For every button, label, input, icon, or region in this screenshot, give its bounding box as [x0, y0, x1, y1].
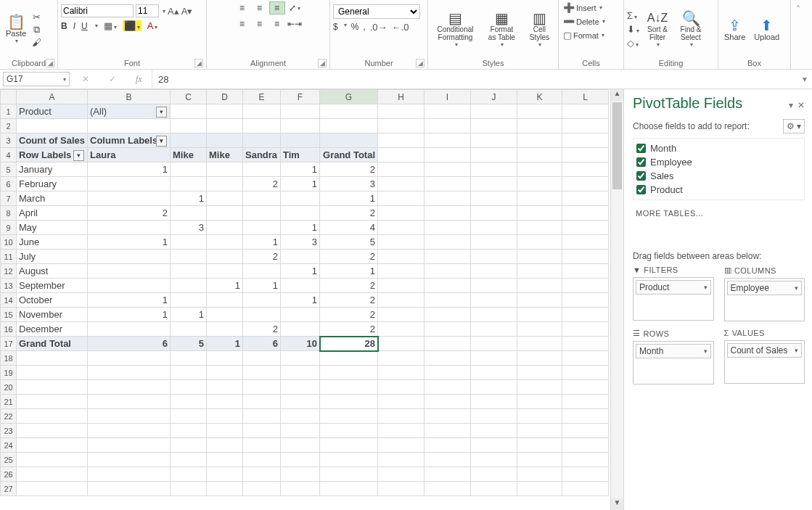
- cell-J12[interactable]: [471, 264, 517, 279]
- cell-E11[interactable]: 2: [243, 250, 281, 264]
- cell-H23[interactable]: [378, 424, 425, 438]
- row-header-26[interactable]: 26: [1, 467, 17, 482]
- cell-H11[interactable]: [378, 250, 425, 264]
- cell-H10[interactable]: [378, 235, 425, 250]
- cell-K26[interactable]: [517, 467, 562, 482]
- cell-I26[interactable]: [425, 467, 471, 482]
- cell-G12[interactable]: 1: [320, 264, 378, 279]
- dialog-launcher[interactable]: ◢: [46, 59, 54, 67]
- more-tables-link[interactable]: MORE TABLES...: [633, 206, 805, 247]
- cancel-icon[interactable]: ✕: [82, 74, 89, 84]
- cell-J17[interactable]: [471, 337, 517, 351]
- cell-F8[interactable]: [281, 206, 320, 221]
- cell-B8[interactable]: 2: [88, 206, 171, 221]
- align-left-icon[interactable]: ≡: [234, 17, 250, 30]
- cell-K11[interactable]: [517, 250, 562, 264]
- cell-H5[interactable]: [378, 163, 425, 177]
- row-header-23[interactable]: 23: [1, 424, 17, 438]
- cell-J14[interactable]: [471, 293, 517, 308]
- cell-B7[interactable]: [88, 192, 171, 206]
- name-box[interactable]: G17▾: [3, 72, 70, 86]
- cell-I15[interactable]: [425, 308, 471, 322]
- cell-B23[interactable]: [88, 424, 171, 438]
- cell-A5[interactable]: January: [17, 163, 88, 177]
- cell-I8[interactable]: [425, 206, 471, 221]
- cell-K15[interactable]: [517, 308, 562, 322]
- cell-D12[interactable]: [207, 264, 243, 279]
- cell-G23[interactable]: [320, 424, 378, 438]
- spreadsheet-grid[interactable]: ABCDEFGHIJKL1Product(All)▾23Count of Sal…: [0, 89, 609, 496]
- cell-F18[interactable]: [281, 351, 320, 366]
- font-size-input[interactable]: [136, 4, 159, 17]
- cell-C27[interactable]: [171, 482, 207, 496]
- cell-B3[interactable]: Column Labels▾: [88, 133, 171, 148]
- row-header-18[interactable]: 18: [1, 351, 17, 366]
- cell-C10[interactable]: [171, 235, 207, 250]
- row-header-21[interactable]: 21: [1, 395, 17, 409]
- cell-D6[interactable]: [207, 177, 243, 192]
- cell-G18[interactable]: [320, 351, 378, 366]
- cell-B10[interactable]: 1: [88, 235, 171, 250]
- cell-H7[interactable]: [378, 192, 425, 206]
- number-format-select[interactable]: General: [333, 4, 420, 19]
- cell-L18[interactable]: [562, 351, 609, 366]
- cell-F21[interactable]: [281, 395, 320, 409]
- cell-H20[interactable]: [378, 380, 425, 395]
- cell-D8[interactable]: [207, 206, 243, 221]
- cell-C1[interactable]: [171, 104, 207, 119]
- cell-K19[interactable]: [517, 366, 562, 380]
- cell-A4[interactable]: Row Labels▾: [17, 148, 88, 163]
- row-header-11[interactable]: 11: [1, 250, 17, 264]
- cell-J1[interactable]: [471, 104, 517, 119]
- font-name-input[interactable]: [61, 4, 134, 17]
- cell-L3[interactable]: [562, 133, 609, 148]
- columns-chip[interactable]: Employee▾: [727, 281, 803, 295]
- cell-L12[interactable]: [562, 264, 609, 279]
- cell-B12[interactable]: [88, 264, 171, 279]
- column-header-I[interactable]: I: [425, 90, 471, 104]
- cell-L8[interactable]: [562, 206, 609, 221]
- cell-H6[interactable]: [378, 177, 425, 192]
- cell-G27[interactable]: [320, 482, 378, 496]
- cell-J9[interactable]: [471, 221, 517, 235]
- cell-J21[interactable]: [471, 395, 517, 409]
- cell-K14[interactable]: [517, 293, 562, 308]
- cell-I20[interactable]: [425, 380, 471, 395]
- cell-L15[interactable]: [562, 308, 609, 322]
- cell-C12[interactable]: [171, 264, 207, 279]
- cell-I10[interactable]: [425, 235, 471, 250]
- insert-button[interactable]: ➕Insert▾: [562, 1, 604, 14]
- cell-G1[interactable]: [320, 104, 378, 119]
- cell-J2[interactable]: [471, 119, 517, 133]
- cell-L20[interactable]: [562, 380, 609, 395]
- cell-B11[interactable]: [88, 250, 171, 264]
- cell-L21[interactable]: [562, 395, 609, 409]
- bold-button[interactable]: B: [61, 21, 67, 31]
- expand-formula-bar-icon[interactable]: ▾: [797, 74, 812, 84]
- row-header-25[interactable]: 25: [1, 453, 17, 467]
- cell-A21[interactable]: [17, 395, 88, 409]
- cell-B22[interactable]: [88, 409, 171, 424]
- cell-J18[interactable]: [471, 351, 517, 366]
- field-checkbox-product[interactable]: [636, 185, 646, 194]
- cell-K7[interactable]: [517, 192, 562, 206]
- cell-J11[interactable]: [471, 250, 517, 264]
- values-chip[interactable]: Count of Sales▾: [727, 343, 803, 358]
- cell-J6[interactable]: [471, 177, 517, 192]
- row-header-14[interactable]: 14: [1, 293, 17, 308]
- cell-G3[interactable]: [320, 133, 378, 148]
- field-checkbox-month[interactable]: [636, 144, 646, 153]
- cell-F14[interactable]: 1: [281, 293, 320, 308]
- cell-I21[interactable]: [425, 395, 471, 409]
- cell-K4[interactable]: [517, 148, 562, 163]
- cell-F22[interactable]: [281, 409, 320, 424]
- cell-L1[interactable]: [562, 104, 609, 119]
- field-checkbox-sales[interactable]: [636, 171, 646, 181]
- cell-F7[interactable]: [281, 192, 320, 206]
- row-header-22[interactable]: 22: [1, 409, 17, 424]
- cell-L2[interactable]: [562, 119, 609, 133]
- cell-J23[interactable]: [471, 424, 517, 438]
- cell-E21[interactable]: [243, 395, 281, 409]
- increase-decimal-icon[interactable]: .0→: [370, 22, 387, 33]
- cell-F1[interactable]: [281, 104, 320, 119]
